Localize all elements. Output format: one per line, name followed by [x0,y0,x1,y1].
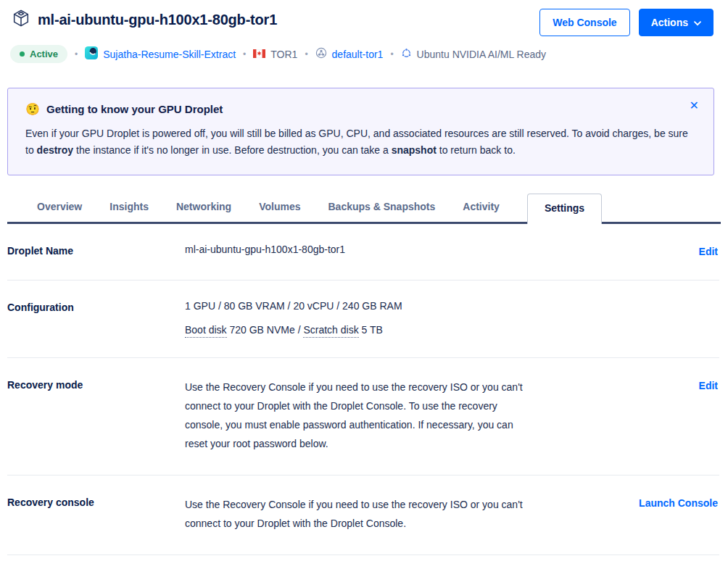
close-icon[interactable]: ✕ [690,100,699,112]
separator-dot: • [390,49,393,59]
droplet-name-label: Droplet Name [7,244,185,258]
ubuntu-logo-icon [401,48,412,61]
status-label: Active [30,49,58,59]
configuration-specs: 1 GPU / 80 GB VRAM / 20 vCPU / 240 GB RA… [185,300,534,312]
breadcrumb-region: TOR1 [253,49,297,60]
page-header: ml-ai-ubuntu-gpu-h100x1-80gb-tor1 Web Co… [0,0,728,36]
project-link[interactable]: Sujatha-Resume-Skill-Extract [103,49,236,60]
configuration-row: Configuration 1 GPU / 80 GB VRAM / 20 vC… [7,281,719,358]
tab-insights[interactable]: Insights [109,193,149,222]
recovery-console-row: Recovery console Use the Recovery Consol… [7,475,719,555]
status-badge: Active [10,45,67,63]
project-app-icon [85,46,98,62]
recovery-console-description: Use the Recovery Console if you need to … [185,495,534,533]
separator-dot: • [75,49,78,59]
droplet-name-edit-link[interactable]: Edit [699,246,718,257]
breadcrumb-project: Sujatha-Resume-Skill-Extract [85,46,236,62]
banner-body: Even if your GPU Droplet is powered off,… [25,125,696,159]
monocle-emoji-icon: 🤨 [25,104,40,115]
header-buttons: Web Console Actions [539,9,716,36]
scratch-disk-term[interactable]: Scratch disk [303,324,358,338]
settings-panel: Droplet Name ml-ai-ubuntu-gpu-h100x1-80g… [0,224,728,569]
actions-button-label: Actions [651,17,688,28]
recovery-console-label: Recovery console [7,495,185,533]
tab-networking[interactable]: Networking [176,193,231,222]
recovery-mode-description: Use the Recovery Console if you need to … [185,378,534,453]
tab-backups-snapshots[interactable]: Backups & Snapshots [328,193,435,222]
vpc-network-icon [315,47,327,61]
separator-dot: • [305,49,307,59]
web-console-button[interactable]: Web Console [539,9,629,36]
breadcrumb-network: default-tor1 [315,47,384,61]
network-link[interactable]: default-tor1 [332,49,384,60]
chevron-down-icon [694,17,701,28]
tags-row: Tags Your Droplet currently has no tags.… [7,555,719,569]
configuration-disks: Boot disk 720 GB NVMe / Scratch disk 5 T… [185,324,534,336]
breadcrumb-image: Ubuntu NVIDIA AI/ML Ready [401,48,546,61]
tab-settings[interactable]: Settings [527,194,602,224]
droplet-settings-page: ml-ai-ubuntu-gpu-h100x1-80gb-tor1 Web Co… [0,0,728,569]
boot-disk-value: 720 GB NVMe / [227,324,304,336]
recovery-mode-label: Recovery mode [7,378,185,453]
gpu-info-banner: 🤨 Getting to know your GPU Droplet ✕ Eve… [7,88,714,175]
configuration-label: Configuration [7,300,185,336]
status-dot-icon [20,51,25,57]
banner-header: 🤨 Getting to know your GPU Droplet [25,103,696,115]
recovery-mode-edit-link[interactable]: Edit [699,380,718,391]
droplet-tabs: Overview Insights Networking Volumes Bac… [7,193,721,224]
launch-console-link[interactable]: Launch Console [639,497,718,509]
banner-bold-destroy: destroy [37,144,74,156]
banner-text: to return back to. [437,144,516,156]
scratch-disk-value: 5 TB [359,324,383,336]
status-row: Active • Sujatha-Resume-Skill-Extract • [0,36,728,63]
canada-flag-icon [253,49,265,60]
tab-activity[interactable]: Activity [463,193,500,222]
droplet-cube-icon [12,9,30,30]
tab-overview[interactable]: Overview [37,193,82,222]
droplet-name-row: Droplet Name ml-ai-ubuntu-gpu-h100x1-80g… [7,224,719,281]
tab-volumes[interactable]: Volumes [259,193,300,222]
configuration-value: 1 GPU / 80 GB VRAM / 20 vCPU / 240 GB RA… [185,300,534,336]
title-wrap: ml-ai-ubuntu-gpu-h100x1-80gb-tor1 [12,9,277,30]
page-title: ml-ai-ubuntu-gpu-h100x1-80gb-tor1 [38,12,277,28]
separator-dot: • [243,49,246,59]
recovery-mode-row: Recovery mode Use the Recovery Console i… [7,358,719,475]
banner-text: the instance if it's no longer in use. B… [73,144,391,156]
droplet-name-value: ml-ai-ubuntu-gpu-h100x1-80gb-tor1 [185,244,534,258]
banner-title: Getting to know your GPU Droplet [46,103,223,115]
boot-disk-term[interactable]: Boot disk [185,324,227,338]
banner-bold-snapshot: snapshot [392,144,437,156]
region-label: TOR1 [270,49,297,60]
image-label: Ubuntu NVIDIA AI/ML Ready [417,49,546,60]
actions-button[interactable]: Actions [639,9,713,36]
